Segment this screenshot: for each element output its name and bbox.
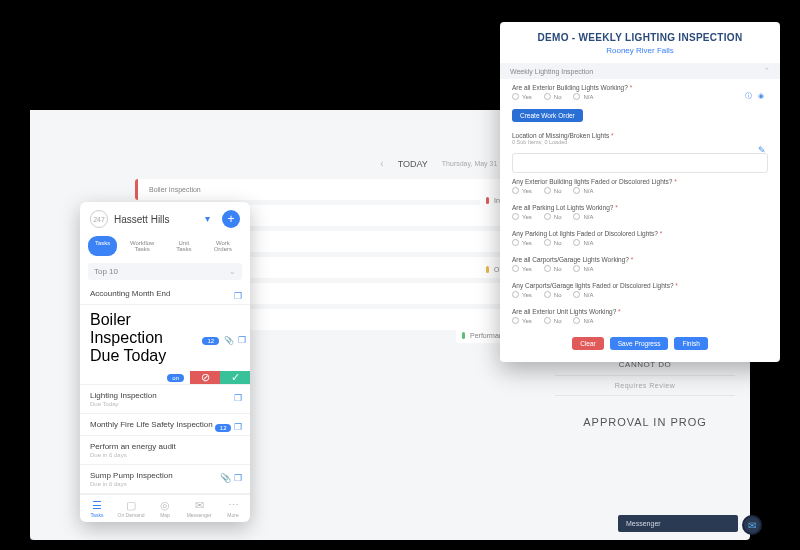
swipe-cancel-icon[interactable]: ⊘ xyxy=(190,371,220,384)
edit-icon[interactable]: ✎ xyxy=(758,145,766,155)
today-label: TODAY xyxy=(398,159,428,169)
finish-button[interactable]: Finish xyxy=(674,337,707,350)
tab-workflow[interactable]: Workflow Tasks xyxy=(120,236,164,256)
messenger-fab-icon[interactable]: ✉ xyxy=(742,515,762,535)
text-input[interactable] xyxy=(512,153,768,173)
form-section-header[interactable]: Weekly Lighting Inspection xyxy=(500,63,780,79)
radio-no[interactable]: No xyxy=(544,93,562,100)
tab-workorders[interactable]: Work Orders xyxy=(204,236,242,256)
question: Location of Missing/Broken Lights * 0 Su… xyxy=(500,127,780,150)
mobile-bottom-nav: ☰Tasks ▢On Demand ◎Map ✉Messenger ⋯More xyxy=(80,494,250,522)
copy-icon[interactable]: ❐ xyxy=(234,291,242,301)
swipe-done-icon[interactable]: ✓ xyxy=(220,371,250,384)
nav-messenger[interactable]: ✉Messenger xyxy=(182,495,216,522)
nav-ondemand[interactable]: ▢On Demand xyxy=(114,495,148,522)
today-sublabel: Thursday, May 31 xyxy=(442,160,498,167)
status-review: Requires Review xyxy=(530,382,760,389)
nav-more[interactable]: ⋯More xyxy=(216,495,250,522)
list-item[interactable]: Monthly Fire Life Safety Inspection12 ❐ xyxy=(80,414,250,436)
mobile-card: 247 Hassett Hills ▾ + Tasks Workflow Tas… xyxy=(80,202,250,522)
tab-tasks[interactable]: Tasks xyxy=(88,236,117,256)
status-approval: APPROVAL IN PROG xyxy=(530,416,760,428)
messenger-bar[interactable]: Messenger xyxy=(618,515,738,532)
list-item[interactable]: Sump Pump InspectionDue in 6 days📎 ❐ xyxy=(80,465,250,494)
create-work-order-button[interactable]: Create Work Order xyxy=(512,109,583,122)
nav-tasks[interactable]: ☰Tasks xyxy=(80,495,114,522)
filter-icon[interactable]: ▾ xyxy=(205,213,217,225)
info-icon[interactable]: ⓘ xyxy=(743,91,753,101)
inspection-form: DEMO - WEEKLY LIGHTING INSPECTION Rooney… xyxy=(500,22,780,362)
form-subtitle[interactable]: Rooney River Falls xyxy=(500,46,780,55)
property-title: Hassett Hills xyxy=(114,214,170,225)
count-badge: 247 xyxy=(90,210,108,228)
camera-icon[interactable]: ◉ xyxy=(756,91,766,101)
list-item[interactable]: Perform an energy auditDue in 6 days xyxy=(80,436,250,465)
chevron-left-icon[interactable]: ‹ xyxy=(380,158,383,169)
copy-icon[interactable]: ❐ xyxy=(234,393,242,403)
list-item[interactable]: Accounting Month End❐ xyxy=(80,283,250,305)
add-icon[interactable]: + xyxy=(222,210,240,228)
radio-na[interactable]: N/A xyxy=(573,93,593,100)
radio-yes[interactable]: Yes xyxy=(512,93,532,100)
save-progress-button[interactable]: Save Progress xyxy=(610,337,669,350)
clear-button[interactable]: Clear xyxy=(572,337,604,350)
nav-map[interactable]: ◎Map xyxy=(148,495,182,522)
status-area: CANNOT DO Requires Review APPROVAL IN PR… xyxy=(530,360,760,428)
form-title: DEMO - WEEKLY LIGHTING INSPECTION xyxy=(500,32,780,43)
list-item[interactable]: Lighting InspectionDue Today❐ xyxy=(80,385,250,414)
sort-select[interactable]: Top 10 xyxy=(88,263,242,280)
tab-unit[interactable]: Unit Tasks xyxy=(167,236,201,256)
list-item-swipe[interactable]: Boiler InspectionDue Today 12 📎 ❐ xyxy=(80,305,250,371)
question: Are all Exterior Building Lights Working… xyxy=(500,79,780,127)
